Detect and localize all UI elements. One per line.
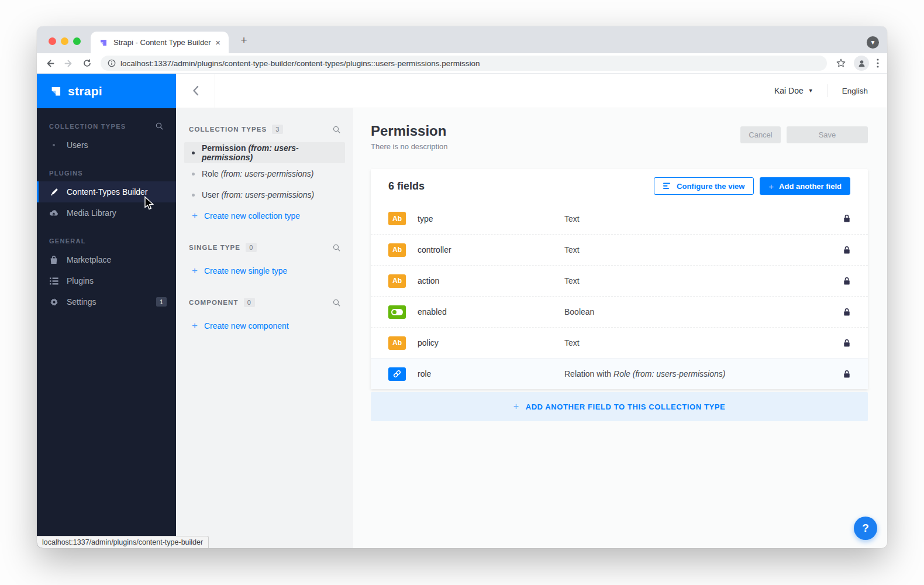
new-tab-button[interactable]: + xyxy=(237,33,251,47)
search-icon[interactable] xyxy=(333,126,340,133)
create-new-component-link[interactable]: +Create new component xyxy=(184,315,345,336)
add-field-banner[interactable]: + ADD ANOTHER FIELD TO THIS COLLECTION T… xyxy=(371,392,868,421)
browser-menu-icon[interactable] xyxy=(877,58,879,68)
main-sidebar: strapi COLLECTION TYPESUsersPLUGINSConte… xyxy=(37,74,176,548)
field-row-enabled[interactable]: enabledBoolean xyxy=(371,296,868,327)
content-type-role[interactable]: Role (from: users-permissions) xyxy=(184,163,345,184)
sidebar-section-label: COLLECTION TYPES xyxy=(49,122,163,130)
sidebar-item-content-types-builder[interactable]: Content-Types Builder xyxy=(37,181,176,202)
add-field-banner-label: ADD ANOTHER FIELD TO THIS COLLECTION TYP… xyxy=(526,402,726,411)
content-type-user[interactable]: User (from: users-permissions) xyxy=(184,184,345,205)
content-type-permission[interactable]: Permission (from: users-permissions) xyxy=(184,142,345,163)
header-divider xyxy=(828,84,828,97)
create-new-single-type-link[interactable]: +Create new single type xyxy=(184,260,345,281)
strapi-logo-icon xyxy=(50,85,63,97)
sidebar-item-plugins[interactable]: Plugins xyxy=(37,270,176,291)
field-type: Boolean xyxy=(564,307,594,316)
field-name: controller xyxy=(418,245,564,254)
plus-icon: + xyxy=(192,265,198,277)
sidebar-item-users[interactable]: Users xyxy=(37,135,176,156)
forward-icon[interactable] xyxy=(64,58,74,68)
sidebar-item-settings[interactable]: Settings1 xyxy=(37,291,176,312)
address-bar[interactable]: localhost:1337/admin/plugins/content-typ… xyxy=(101,56,827,71)
group-label-single-type: SINGLE TYPE0 xyxy=(176,243,353,252)
lock-icon xyxy=(843,277,850,285)
sidebar-item-marketplace[interactable]: Marketplace xyxy=(37,249,176,270)
bullet-icon xyxy=(49,144,58,146)
strapi-logo[interactable]: strapi xyxy=(37,74,176,108)
cloud-upload-icon xyxy=(49,209,58,216)
sidebar-nav: COLLECTION TYPESUsersPLUGINSContent-Type… xyxy=(37,108,176,312)
configure-view-button[interactable]: Configure the view xyxy=(654,177,754,195)
main-content: Permission There is no description Cance… xyxy=(353,108,887,548)
configure-view-label: Configure the view xyxy=(677,182,744,191)
desktop-background: Strapi - Content Type Builder × + ▼ loca… xyxy=(0,0,924,585)
close-window-button[interactable] xyxy=(49,37,56,45)
back-icon[interactable] xyxy=(45,58,55,68)
sidebar-item-label: Content-Types Builder xyxy=(67,187,148,197)
lock-icon xyxy=(843,246,850,254)
field-type: Text xyxy=(564,245,580,254)
gear-icon xyxy=(49,298,58,307)
field-name: type xyxy=(418,214,564,223)
search-icon[interactable] xyxy=(333,299,340,307)
collapse-menu-button[interactable] xyxy=(176,74,215,108)
fields-card: 6 fields Configure the view xyxy=(371,169,868,389)
field-name: action xyxy=(418,276,564,285)
text-field-icon: Ab xyxy=(388,212,406,225)
field-row-type[interactable]: AbtypeText xyxy=(371,203,868,234)
field-row-role[interactable]: roleRelation with Role (from: users-perm… xyxy=(371,358,868,389)
minimize-window-button[interactable] xyxy=(61,37,68,45)
bullet-icon xyxy=(192,194,195,197)
sidebar-item-media-library[interactable]: Media Library xyxy=(37,202,176,223)
search-icon[interactable] xyxy=(333,244,340,252)
cancel-button[interactable]: Cancel xyxy=(740,126,781,143)
sidebar-item-label: Media Library xyxy=(67,208,116,218)
language-selector[interactable]: English xyxy=(842,87,868,95)
user-name: Kai Doe xyxy=(774,86,804,95)
field-row-controller[interactable]: AbcontrollerText xyxy=(371,234,868,265)
notification-badge: 1 xyxy=(156,297,167,307)
bullet-icon xyxy=(192,152,195,154)
zoom-window-button[interactable] xyxy=(73,37,81,45)
field-name: role xyxy=(418,369,564,378)
text-field-icon: Ab xyxy=(388,336,406,350)
field-row-policy[interactable]: AbpolicyText xyxy=(371,327,868,358)
info-icon[interactable] xyxy=(108,59,116,67)
browser-tab[interactable]: Strapi - Content Type Builder × xyxy=(91,32,229,53)
bookmark-star-icon[interactable] xyxy=(836,58,846,68)
group-count-badge: 0 xyxy=(246,243,257,252)
sidebar-item-label: Plugins xyxy=(67,276,94,285)
fields-list: AbtypeTextAbcontrollerTextAbactionTexten… xyxy=(371,203,868,389)
fields-count: 6 fields xyxy=(388,180,425,192)
save-button[interactable]: Save xyxy=(787,126,868,143)
reload-icon[interactable] xyxy=(82,58,92,68)
tab-close-icon[interactable]: × xyxy=(213,37,223,47)
toolbar-right xyxy=(836,56,879,71)
strapi-admin-app: strapi COLLECTION TYPESUsersPLUGINSConte… xyxy=(37,74,887,548)
window-controls xyxy=(49,37,81,45)
field-type: Text xyxy=(564,214,580,223)
create-new-collection-type-link[interactable]: +Create new collection type xyxy=(184,205,345,226)
field-row-action[interactable]: AbactionText xyxy=(371,265,868,296)
url-text: localhost:1337/admin/plugins/content-typ… xyxy=(120,59,480,68)
list-icon xyxy=(49,277,58,285)
add-another-field-button[interactable]: + Add another field xyxy=(760,177,850,195)
action-label: Create new component xyxy=(204,321,289,331)
user-menu[interactable]: Kai Doe ▼ xyxy=(774,86,813,95)
download-status-icon[interactable]: ▼ xyxy=(867,36,879,49)
content-types-sidebar: COLLECTION TYPES3Permission (from: users… xyxy=(176,108,353,548)
plus-icon: + xyxy=(192,210,198,222)
text-field-icon: Ab xyxy=(388,274,406,288)
search-icon[interactable] xyxy=(156,122,163,130)
content-type-label: User (from: users-permissions) xyxy=(202,190,314,199)
plus-icon: + xyxy=(768,181,774,191)
help-button[interactable]: ? xyxy=(854,517,877,540)
sidebar-item-label: Settings xyxy=(67,297,96,307)
lock-icon xyxy=(843,370,850,378)
browser-tab-strip: Strapi - Content Type Builder × + ▼ xyxy=(37,26,887,53)
chevron-down-icon: ▼ xyxy=(808,88,813,94)
group-label-component: COMPONENT0 xyxy=(176,298,353,307)
browser-profile-avatar[interactable] xyxy=(854,56,869,71)
content-type-label: Permission (from: users-permissions) xyxy=(202,143,345,162)
